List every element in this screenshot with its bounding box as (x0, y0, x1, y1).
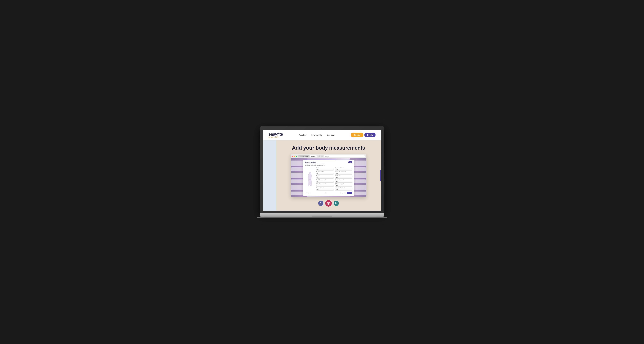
browser-back-btn[interactable]: ‹ (318, 156, 320, 157)
browser-content: Some tweaking? We helped generate some m… (291, 158, 366, 197)
hero-title: Add your body measurements (292, 145, 365, 151)
field-ankle-input[interactable] (335, 189, 352, 191)
logo-text: easyfits (268, 132, 283, 136)
panel-header: Some tweaking? We helped generate some m… (305, 162, 352, 166)
field-forearm-label: Forearm Circumference ? (335, 171, 352, 172)
field-inseam: Inseam Length ? (316, 187, 334, 191)
svg-point-4 (328, 203, 329, 204)
field-bust-label: Bust ? (316, 175, 334, 176)
field-hip-label: Hip Circumference ? (335, 179, 352, 180)
reset-button[interactable]: Reset (340, 192, 346, 194)
field-waist-input[interactable] (316, 181, 334, 182)
progress-dot-tape[interactable] (325, 200, 332, 207)
browser-forward-btn[interactable]: › (321, 156, 323, 157)
field-inseam-label: Inseam Length ? (316, 187, 334, 188)
progress-fill (305, 160, 336, 160)
laptop-base (260, 213, 384, 217)
field-forearm: Forearm Circumference ? (335, 171, 352, 174)
browser-tab-1[interactable]: Creativity | ideas (298, 155, 310, 158)
field-shoulder-input[interactable] (316, 172, 334, 174)
browser-close-dot (292, 156, 293, 157)
panel-ok-button[interactable]: Ok (348, 162, 352, 163)
body-silhouette (307, 172, 313, 186)
nav-how-it-works[interactable]: How it works (311, 134, 322, 136)
laptop-mockup: easyfits the feel good fit About us How … (260, 126, 384, 218)
rotate-label: 360° (324, 192, 326, 193)
body-figure (305, 168, 315, 191)
field-thigh-input[interactable] (316, 185, 334, 186)
panel-footer: ← Previous 360° Reset Save (305, 192, 352, 194)
field-bicep-input[interactable] (335, 169, 352, 171)
scissors-icon (335, 202, 338, 205)
laptop-bottom (257, 217, 387, 218)
svg-point-2 (320, 202, 321, 203)
hero-section: Add your body measurements Creativity | … (276, 140, 381, 211)
field-calf: Calf Circumference ? (335, 183, 352, 186)
prev-arrow-icon: ← (305, 192, 306, 194)
login-button[interactable]: Log In (364, 133, 376, 137)
field-underbust-label: Underbust ? (335, 175, 352, 176)
field-bust: Bust ? (316, 175, 334, 178)
address-input[interactable]: easyfits (324, 155, 365, 158)
footer-buttons: Reset Save (340, 192, 352, 194)
panel-title: Some tweaking? (305, 162, 326, 163)
browser-mockup: Creativity | ideas easyfits ‹ › easyfits (291, 155, 366, 197)
measurements-form: Height Bicep Circumference (316, 168, 352, 191)
field-height-input[interactable] (316, 169, 334, 171)
browser-address-bar: ‹ › easyfits (318, 155, 365, 158)
field-forearm-input[interactable] (335, 172, 352, 174)
measurements-panel: Some tweaking? We helped generate some m… (303, 160, 354, 196)
field-hip-input[interactable] (335, 181, 352, 182)
field-shoulder-label: Shoulder Length ? (316, 171, 334, 172)
logo: easyfits the feel good fit (268, 132, 283, 138)
browser-minimize-dot (294, 156, 295, 157)
nav-buttons: Sign Up Log In (351, 133, 376, 137)
progress-dot-person[interactable] (318, 201, 324, 206)
left-panel (263, 140, 276, 211)
progress-dot-scissors[interactable] (334, 201, 339, 206)
field-calf-input[interactable] (335, 185, 352, 186)
field-bicep-label: Bicep Circumference (335, 168, 352, 168)
field-hip: Hip Circumference ? (335, 179, 352, 182)
field-ankle: Ankle Circumference ? (335, 187, 352, 191)
prev-link[interactable]: ← Previous (305, 192, 310, 194)
field-underbust-input[interactable] (335, 176, 352, 178)
field-height: Height (316, 168, 334, 171)
field-underbust: Underbust ? (335, 175, 352, 178)
browser-tabs: Creativity | ideas easyfits (298, 155, 317, 158)
person-icon (320, 202, 322, 205)
nav-our-team[interactable]: Our team (327, 134, 335, 136)
field-ankle-label: Ankle Circumference ? (335, 187, 352, 188)
field-bust-input[interactable] (316, 176, 334, 178)
panel-body: Height Bicep Circumference (305, 168, 352, 191)
browser-tab-2[interactable]: easyfits (310, 155, 317, 158)
field-calf-label: Calf Circumference ? (335, 183, 352, 184)
field-waist-label: Waist Circumference ? (316, 179, 334, 180)
main-nav: About us How it works Our team (299, 134, 335, 136)
signup-button[interactable]: Sign Up (351, 133, 363, 137)
field-waist: Waist Circumference ? (316, 179, 334, 182)
screen-bezel: easyfits the feel good fit About us How … (260, 126, 384, 213)
logo-easy: easy (268, 132, 277, 137)
header: easyfits the feel good fit About us How … (263, 130, 381, 140)
screen: easyfits the feel good fit About us How … (263, 130, 381, 211)
logo-fits: fits (277, 132, 283, 137)
logo-tagline: the feel good fit (268, 137, 283, 138)
closet-background: Some tweaking? We helped generate some m… (291, 158, 366, 197)
nav-about-us[interactable]: About us (299, 134, 306, 136)
laptop-notch (312, 215, 332, 217)
field-thigh: Thigh Circumference ? (316, 183, 334, 186)
panel-title-group: Some tweaking? We helped generate some m… (305, 162, 326, 166)
field-shoulder: Shoulder Length ? (316, 171, 334, 174)
field-height-label: Height (316, 168, 334, 168)
main-content: Add your body measurements Creativity | … (263, 140, 381, 211)
field-bicep: Bicep Circumference (335, 168, 352, 171)
progress-track (305, 160, 356, 160)
svg-point-0 (309, 172, 311, 174)
browser-maximize-dot (296, 156, 297, 157)
tape-measure-icon (327, 202, 330, 205)
progress-dots (318, 200, 339, 207)
field-inseam-input[interactable] (316, 189, 334, 191)
feedback-tab[interactable]: 💬 Feedback (380, 170, 381, 181)
save-button[interactable]: Save (347, 192, 352, 194)
